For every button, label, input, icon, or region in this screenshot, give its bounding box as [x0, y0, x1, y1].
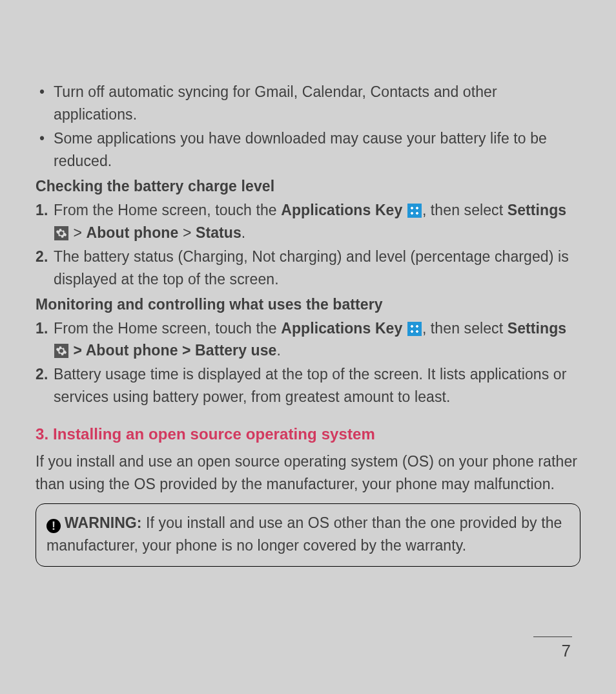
label-settings: Settings: [508, 202, 567, 218]
bullet-item: • Some applications you have downloaded …: [36, 127, 580, 173]
step-number: 1.: [36, 317, 54, 363]
text-run: , then select: [422, 202, 508, 218]
bullet-text: Turn off automatic syncing for Gmail, Ca…: [54, 81, 580, 126]
ordered-step: 1. From the Home screen, touch the Appli…: [36, 199, 580, 244]
text-run: .: [241, 224, 246, 241]
bullet-item: • Turn off automatic syncing for Gmail, …: [36, 81, 580, 126]
bullet-glyph: •: [36, 81, 54, 126]
label-applications-key: Applications Key: [281, 320, 402, 337]
label-about-phone: About phone: [87, 224, 179, 241]
step-text: From the Home screen, touch the Applicat…: [54, 199, 580, 244]
step-text: From the Home screen, touch the Applicat…: [54, 317, 580, 363]
step-number: 2.: [36, 363, 54, 408]
applications-key-icon: [407, 322, 422, 336]
bullet-glyph: •: [36, 127, 54, 173]
subheading-charge-level: Checking the battery charge level: [36, 175, 580, 198]
bullet-text: Some applications you have downloaded ma…: [54, 127, 580, 173]
ordered-step: 2. Battery usage time is displayed at th…: [36, 363, 580, 408]
step-text: The battery status (Charging, Not chargi…: [54, 246, 580, 291]
text-run: >: [69, 224, 87, 241]
settings-gear-icon: [54, 226, 68, 240]
body-paragraph: If you install and use an open source op…: [36, 450, 580, 496]
page-number-rule: [533, 636, 572, 637]
step-number: 2.: [36, 246, 54, 291]
text-run: .: [276, 342, 281, 359]
warning-exclamation-icon: !: [46, 519, 61, 533]
text-run: From the Home screen, touch the: [54, 202, 281, 218]
manual-page: • Turn off automatic syncing for Gmail, …: [0, 0, 616, 567]
page-number-block: 7: [533, 636, 572, 664]
text-run: >: [178, 224, 196, 241]
label-applications-key: Applications Key: [281, 202, 402, 218]
settings-gear-icon: [54, 344, 68, 358]
label-settings: Settings: [508, 320, 567, 337]
warning-box: !WARNING: If you install and use an OS o…: [36, 503, 580, 567]
label-status: Status: [196, 224, 241, 241]
warning-label: WARNING:: [65, 514, 142, 531]
nav-path: > About phone > Battery use: [69, 342, 276, 359]
text-run: From the Home screen, touch the: [54, 320, 281, 337]
step-text: Battery usage time is displayed at the t…: [54, 363, 580, 408]
ordered-step: 2. The battery status (Charging, Not cha…: [36, 246, 580, 291]
ordered-step: 1. From the Home screen, touch the Appli…: [36, 317, 580, 363]
applications-key-icon: [407, 204, 422, 218]
text-run: , then select: [422, 320, 508, 337]
subheading-monitoring: Monitoring and controlling what uses the…: [36, 293, 580, 316]
page-number: 7: [533, 638, 572, 664]
step-number: 1.: [36, 199, 54, 244]
section-heading-os: 3. Installing an open source operating s…: [36, 423, 580, 446]
